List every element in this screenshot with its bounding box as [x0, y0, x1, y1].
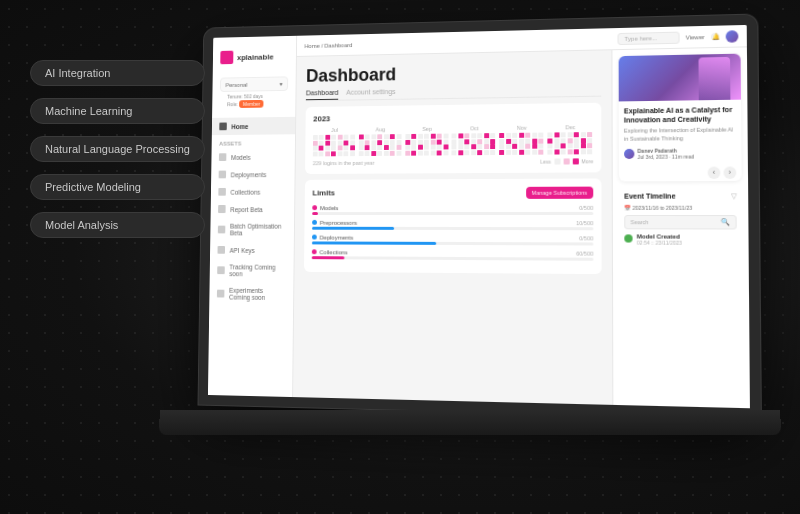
preprocessors-limit-icon [312, 220, 317, 225]
event-time: 02:54 :: 23/11/2023 [637, 239, 737, 246]
logo: xplainable [213, 43, 296, 70]
search-icon: 🔍 [721, 218, 731, 226]
chevron-down-icon: ▾ [280, 80, 283, 87]
sep-label: Sep [405, 126, 449, 132]
sidebar-item-models[interactable]: Models [211, 148, 295, 166]
tag-model-analysis[interactable]: Model Analysis [30, 212, 205, 238]
deployments-bar-fill [312, 241, 436, 244]
right-panel: Explainable AI as a Catalyst for Innovat… [611, 47, 750, 408]
collections-label: Collections [230, 188, 260, 195]
aug-grid [359, 134, 403, 156]
cal-month-aug: Aug [359, 126, 403, 155]
timeline-search[interactable]: Search 🔍 [624, 215, 736, 229]
home-icon [219, 123, 227, 131]
user-section: Personal ▾ Tenure: 502 days Role: Member [212, 72, 296, 114]
sidebar-item-tracking[interactable]: Tracking Coming soon [210, 259, 294, 283]
limits-header: Limits Manage Subscriptions [312, 186, 593, 199]
aug-label: Aug [359, 126, 402, 132]
sidebar-item-collections[interactable]: Collections [211, 183, 295, 201]
batch-label: Batch Optimisation Beta [230, 223, 287, 237]
sidebar-item-experiments[interactable]: Experiments Coming soon [209, 282, 293, 306]
nov-grid [499, 133, 544, 155]
limit-models-row: Models 0/500 [312, 204, 593, 210]
tracking-icon [217, 266, 225, 274]
sep-grid [405, 134, 449, 156]
timeline-title: Event Timeline [624, 193, 675, 200]
cal-month-dec: Dec [548, 124, 594, 154]
reports-icon [218, 205, 226, 213]
api-icon [217, 246, 225, 254]
calendar-icon: 📅 [624, 204, 630, 210]
event-details: Model Created 02:54 :: 23/11/2023 [637, 233, 737, 246]
tag-nlp[interactable]: Natural Language Processing [30, 136, 205, 162]
article-image [619, 54, 741, 102]
limit-preprocessors-label: Preprocessors [312, 219, 357, 225]
user-dropdown[interactable]: Personal ▾ [220, 76, 288, 92]
article-person [698, 57, 730, 100]
author-avatar [624, 148, 634, 158]
article-description: Exploring the Intersection of Explainabl… [624, 127, 736, 144]
content-left: Dashboard Dashboard Account settings 202… [293, 50, 612, 405]
manage-subscriptions-button[interactable]: Manage Subscriptions [526, 186, 594, 198]
limit-collections-label: Collections [312, 249, 348, 255]
tag-predictive-modeling[interactable]: Predictive Modeling [30, 174, 205, 200]
limit-preprocessors-row: Preprocessors 10/500 [312, 219, 593, 225]
sidebar-item-reports[interactable]: Report Beta [211, 200, 295, 218]
article-title: Explainable AI as a Catalyst for Innovat… [624, 105, 736, 125]
filter-icon[interactable]: ▽ [731, 192, 736, 200]
collections-bar-bg [312, 256, 594, 261]
limit-deployments: Deployments 0/500 [312, 234, 593, 245]
sidebar-item-batch[interactable]: Batch Optimisation Beta [210, 218, 294, 241]
laptop-base [159, 410, 782, 435]
main-content: Dashboard Dashboard Account settings 202… [293, 47, 750, 408]
laptop-device: xplainable Personal ▾ Tenure: 502 days R… [160, 20, 780, 500]
tag-list: AI Integration Machine Learning Natural … [30, 60, 205, 238]
models-bar-fill [312, 212, 317, 215]
oct-grid [452, 133, 497, 155]
dec-grid [548, 132, 594, 154]
tab-dashboard[interactable]: Dashboard [306, 89, 339, 100]
reports-label: Report Beta [230, 206, 263, 213]
timeline-header: Event Timeline ▽ [624, 192, 736, 200]
tag-machine-learning[interactable]: Machine Learning [30, 98, 205, 124]
user-avatar[interactable] [726, 30, 739, 43]
user-name: Personal [225, 81, 247, 87]
legend-active [572, 158, 578, 164]
dec-label: Dec [548, 124, 594, 131]
api-label: API Keys [230, 246, 255, 253]
limit-deployments-label: Deployments [312, 234, 353, 240]
notification-icon[interactable]: 🔔 [711, 32, 719, 40]
limit-collections-row: Collections 60/500 [312, 249, 594, 256]
limit-preprocessors-value: 10/500 [576, 220, 593, 226]
models-limit-icon [312, 205, 317, 210]
event-dot [624, 234, 632, 242]
sidebar-item-api[interactable]: API Keys [210, 241, 294, 259]
sidebar-item-deployments[interactable]: Deployments [211, 165, 295, 183]
limits-title: Limits [312, 189, 335, 198]
next-article-button[interactable]: › [723, 166, 736, 178]
header-right: Type here... Viewer 🔔 [617, 30, 738, 45]
sidebar-item-home[interactable]: Home [212, 117, 295, 135]
cal-month-jul: Jul [313, 127, 356, 156]
author-info: Danev Padarath Jul 3rd, 2023 · 11m read [637, 147, 694, 160]
calendar-legend: Less More [540, 158, 593, 164]
role-row: Role: Member [227, 99, 280, 108]
legend-light [563, 158, 569, 164]
sidebar-home-label: Home [231, 123, 248, 130]
jul-label: Jul [313, 127, 356, 133]
deployments-label: Deployments [231, 171, 267, 178]
tracking-label: Tracking Coming soon [229, 263, 286, 277]
models-bar-bg [312, 211, 593, 214]
tab-account-settings[interactable]: Account settings [346, 88, 396, 100]
search-box[interactable]: Type here... [617, 31, 679, 44]
article-card: Explainable AI as a Catalyst for Innovat… [619, 54, 742, 181]
author-date: Jul 3rd, 2023 · 11m read [637, 153, 694, 160]
batch-icon [218, 226, 226, 234]
article-navigation: ‹ › [619, 164, 742, 181]
oct-label: Oct [452, 125, 496, 131]
cal-month-sep: Sep [405, 126, 449, 156]
prev-article-button[interactable]: ‹ [708, 166, 721, 178]
calendar-footer-text: 229 logins in the past year [313, 159, 375, 165]
article-body: Explainable AI as a Catalyst for Innovat… [619, 100, 742, 165]
tag-ai-integration[interactable]: AI Integration [30, 60, 205, 86]
